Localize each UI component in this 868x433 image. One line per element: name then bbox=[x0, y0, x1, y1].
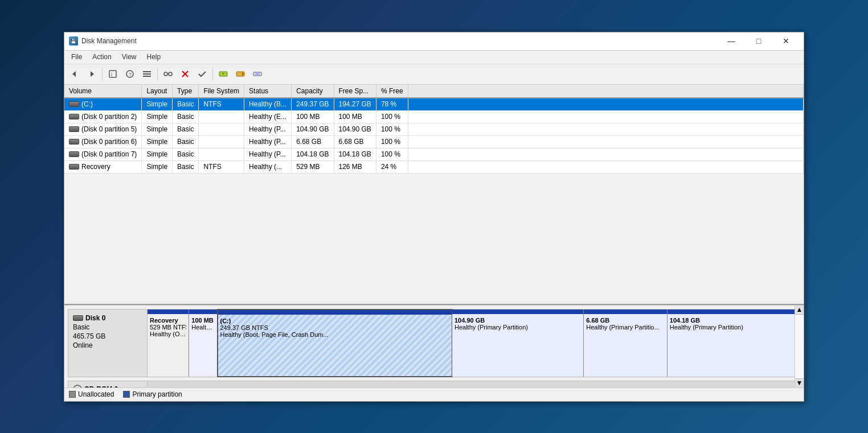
minimize-button[interactable]: — bbox=[718, 33, 744, 49]
partition-top-bar bbox=[218, 310, 452, 315]
partition-top-bar bbox=[584, 310, 667, 314]
forward-button[interactable] bbox=[84, 66, 100, 82]
cell-fs bbox=[199, 110, 244, 123]
cell-volume: (Disk 0 partition 5) bbox=[64, 123, 142, 135]
cell-capacity: 104.90 GB bbox=[292, 123, 334, 135]
cell-layout: Simple bbox=[142, 148, 173, 160]
title-bar: 💾 Disk Management — □ ✕ bbox=[64, 32, 804, 51]
new-volume-button[interactable]: + bbox=[215, 66, 231, 82]
hdd-icon bbox=[69, 114, 79, 119]
partition-status: Healthy (Boot, Page File, Crash Dum... bbox=[220, 331, 449, 338]
scroll-up-button[interactable]: ▲ bbox=[795, 306, 804, 315]
cell-free: 126 MB bbox=[334, 160, 376, 173]
partition-content: 100 MB Healthy (EF... bbox=[189, 315, 216, 377]
partition-status: Healthy (OEM P... bbox=[150, 331, 186, 337]
menu-action[interactable]: Action bbox=[88, 52, 116, 62]
properties-button[interactable]: i bbox=[105, 66, 121, 82]
col-filesystem[interactable]: File System bbox=[199, 85, 244, 98]
back-button[interactable] bbox=[67, 66, 83, 82]
col-layout[interactable]: Layout bbox=[142, 85, 173, 98]
partition-name: (C:) bbox=[220, 317, 449, 324]
col-pctfree[interactable]: % Free bbox=[376, 85, 408, 98]
cell-volume: (Disk 0 partition 7) bbox=[64, 148, 142, 160]
delete-button[interactable] bbox=[177, 66, 193, 82]
shrink-volume-button[interactable] bbox=[249, 66, 265, 82]
table-row[interactable]: Recovery Simple Basic NTFS Healthy (... … bbox=[64, 160, 804, 173]
col-volume[interactable]: Volume bbox=[64, 85, 142, 98]
connect-button[interactable] bbox=[160, 66, 176, 82]
cell-layout: Simple bbox=[142, 110, 173, 123]
partition-table[interactable]: Volume Layout Type File System Status Ca… bbox=[64, 85, 804, 305]
cell-empty bbox=[408, 160, 803, 173]
menu-help[interactable]: Help bbox=[142, 52, 166, 62]
cell-type: Basic bbox=[173, 160, 199, 173]
cd-rom-label: CD-ROM 0 DVD (F:) bbox=[68, 381, 148, 387]
menu-file[interactable]: File bbox=[67, 52, 87, 62]
partition-status: Healthy (Primary Partition) bbox=[455, 324, 581, 331]
svg-text:?: ? bbox=[129, 72, 132, 77]
cell-volume: (Disk 0 partition 6) bbox=[64, 135, 142, 148]
partition-status: Healthy (Primary Partition) bbox=[670, 324, 796, 331]
cell-free: 100 MB bbox=[334, 110, 376, 123]
window-title: Disk Management bbox=[81, 37, 137, 45]
check-button[interactable] bbox=[194, 66, 210, 82]
table-row[interactable]: (Disk 0 partition 2) Simple Basic Health… bbox=[64, 110, 804, 123]
cell-status: Healthy (E... bbox=[244, 110, 292, 123]
svg-rect-6 bbox=[143, 71, 151, 72]
disk-0-title: Disk 0 bbox=[85, 314, 105, 322]
disk-view-scrollbar[interactable]: ▲ ▼ bbox=[795, 306, 804, 387]
help-button[interactable]: ? bbox=[122, 66, 138, 82]
cell-empty bbox=[408, 123, 803, 135]
cell-fs: NTFS bbox=[199, 98, 244, 111]
disk-partition[interactable]: 104.18 GB Healthy (Primary Partition) bbox=[668, 310, 799, 377]
cell-empty bbox=[408, 110, 803, 123]
cell-layout: Simple bbox=[142, 160, 173, 173]
partition-top-bar bbox=[189, 310, 216, 314]
close-button[interactable]: ✕ bbox=[773, 33, 799, 49]
table-row[interactable]: (Disk 0 partition 5) Simple Basic Health… bbox=[64, 123, 804, 135]
cell-status: Healthy (P... bbox=[244, 135, 292, 148]
table-row[interactable]: (Disk 0 partition 7) Simple Basic Health… bbox=[64, 148, 804, 160]
partition-content: (C:) 249.37 GB NTFS Healthy (Boot, Page … bbox=[218, 316, 452, 376]
table-row[interactable]: (C:) Simple Basic NTFS Healthy (B... 249… bbox=[64, 98, 804, 111]
partition-status: Healthy (Primary Partitio... bbox=[586, 324, 665, 331]
disk-partition[interactable]: 6.68 GB Healthy (Primary Partitio... bbox=[584, 310, 668, 377]
disk-partition[interactable]: (C:) 249.37 GB NTFS Healthy (Boot, Page … bbox=[217, 309, 453, 377]
view-button[interactable] bbox=[139, 66, 155, 82]
extend-volume-button[interactable] bbox=[232, 66, 248, 82]
maximize-button[interactable]: □ bbox=[746, 33, 772, 49]
scroll-down-button[interactable]: ▼ bbox=[795, 378, 804, 387]
legend-bar: Unallocated Primary partition bbox=[64, 387, 804, 401]
legend-unallocated: Unallocated bbox=[69, 390, 114, 398]
cell-type: Basic bbox=[173, 110, 199, 123]
col-freespace[interactable]: Free Sp... bbox=[334, 85, 376, 98]
cell-pct: 100 % bbox=[376, 110, 408, 123]
col-type[interactable]: Type bbox=[173, 85, 199, 98]
disk-view-area: Disk 0 Basic 465.75 GB Online Recovery 5… bbox=[64, 305, 804, 387]
menu-view[interactable]: View bbox=[117, 52, 141, 62]
partition-name: 104.18 GB bbox=[670, 317, 796, 324]
cell-volume: (Disk 0 partition 2) bbox=[64, 110, 142, 123]
disk-partition[interactable]: 100 MB Healthy (EF... bbox=[189, 310, 217, 377]
partition-top-bar bbox=[452, 310, 583, 314]
svg-point-10 bbox=[169, 72, 172, 76]
svg-rect-7 bbox=[143, 73, 151, 75]
col-status[interactable]: Status bbox=[244, 85, 292, 98]
table-row[interactable]: (Disk 0 partition 6) Simple Basic Health… bbox=[64, 135, 804, 148]
disk-partition[interactable]: 104.90 GB Healthy (Primary Partition) bbox=[452, 310, 584, 377]
cell-capacity: 249.37 GB bbox=[292, 98, 334, 111]
cell-pct: 100 % bbox=[376, 123, 408, 135]
cell-volume: (C:) bbox=[64, 98, 142, 111]
svg-rect-19 bbox=[255, 72, 260, 76]
title-bar-left: 💾 Disk Management bbox=[69, 36, 137, 46]
cell-type: Basic bbox=[173, 123, 199, 135]
disk-0-size: 465.75 GB bbox=[73, 332, 142, 340]
partition-size: 529 MB NTFS bbox=[150, 324, 186, 331]
svg-marker-0 bbox=[72, 71, 76, 77]
scroll-track bbox=[795, 315, 804, 378]
disk-partition[interactable]: Recovery 529 MB NTFS Healthy (OEM P... bbox=[148, 310, 189, 377]
col-capacity[interactable]: Capacity bbox=[292, 85, 334, 98]
partition-name: 6.68 GB bbox=[586, 317, 665, 324]
partition-name: Recovery bbox=[150, 317, 186, 324]
cell-capacity: 104.18 GB bbox=[292, 148, 334, 160]
